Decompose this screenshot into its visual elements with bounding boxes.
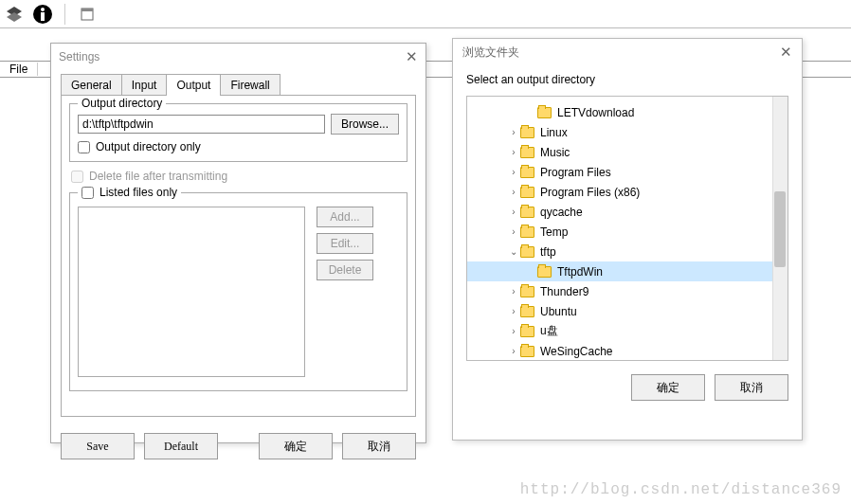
- folder-icon: [537, 266, 552, 278]
- folder-icon: [520, 226, 534, 238]
- browse-title-text: 浏览文件夹: [462, 45, 519, 61]
- browse-button-row: 确定 取消: [453, 361, 802, 414]
- output-directory-input[interactable]: [78, 115, 325, 134]
- folder-icon: [537, 107, 552, 118]
- chevron-right-icon[interactable]: ›: [507, 346, 520, 356]
- folder-icon: [520, 286, 534, 297]
- browse-prompt: Select an output directory: [453, 65, 802, 96]
- tree-item-label: Program Files: [540, 166, 611, 179]
- window-icon[interactable]: [77, 4, 98, 25]
- close-icon[interactable]: ✕: [780, 44, 792, 61]
- listed-files-only-box[interactable]: [81, 187, 94, 199]
- tab-input[interactable]: Input: [121, 74, 168, 96]
- folder-icon: [520, 127, 534, 138]
- toolbar-separator: [64, 4, 65, 25]
- settings-ok-button[interactable]: 确定: [259, 433, 333, 459]
- add-button: Add...: [317, 207, 373, 227]
- watermark-text: http://blog.csdn.net/distance369: [520, 481, 842, 498]
- browse-titlebar: 浏览文件夹 ✕: [453, 39, 802, 65]
- browse-folder-dialog: 浏览文件夹 ✕ Select an output directory LETVd…: [452, 38, 803, 441]
- save-button[interactable]: Save: [61, 433, 135, 459]
- tab-firewall[interactable]: Firewall: [220, 74, 280, 96]
- settings-titlebar: Settings ✕: [51, 44, 426, 70]
- column-file[interactable]: File: [0, 63, 38, 76]
- tab-output[interactable]: Output: [166, 74, 221, 96]
- folder-tree[interactable]: LETVdownload›Linux›Music›Program Files›P…: [467, 97, 788, 361]
- tree-item-label: Program Files (x86): [540, 186, 640, 199]
- chevron-right-icon[interactable]: ›: [507, 147, 520, 157]
- settings-cancel-button[interactable]: 取消: [342, 433, 416, 459]
- svg-rect-4: [41, 12, 45, 21]
- delete-after-box: [71, 171, 83, 183]
- chevron-right-icon[interactable]: ›: [507, 286, 520, 297]
- tab-output-body: Output directory Browse... Output direct…: [61, 95, 416, 417]
- output-directory-only-label: Output directory only: [96, 140, 201, 153]
- folder-icon: [520, 326, 534, 337]
- settings-title-text: Settings: [59, 50, 100, 63]
- info-icon[interactable]: [32, 4, 53, 25]
- tree-item[interactable]: ›Temp: [467, 222, 788, 242]
- tree-item[interactable]: ›Program Files: [467, 162, 788, 182]
- tree-item-label: LETVdownload: [557, 106, 634, 119]
- tree-item[interactable]: TftpdWin: [467, 261, 788, 281]
- tree-item-label: Linux: [540, 126, 568, 139]
- chevron-right-icon[interactable]: ›: [507, 127, 520, 137]
- output-directory-only-box[interactable]: [78, 141, 90, 153]
- edit-button: Edit...: [317, 233, 373, 254]
- listed-files-group: Listed files only Add... Edit... Delete: [69, 192, 407, 391]
- listed-files-only-label: Listed files only: [100, 186, 177, 199]
- tree-item[interactable]: ›Linux: [467, 122, 788, 142]
- tree-scrollbar[interactable]: [772, 97, 788, 360]
- tree-item[interactable]: ›Ubuntu: [467, 301, 788, 321]
- tree-item-label: Ubuntu: [540, 305, 577, 318]
- delete-after-label: Delete file after transmitting: [89, 170, 227, 183]
- folder-icon: [520, 346, 534, 357]
- browse-cancel-button[interactable]: 取消: [715, 374, 788, 401]
- tree-item-label: qycache: [540, 206, 583, 219]
- settings-button-row: Save Default 确定 取消: [51, 427, 426, 469]
- chevron-right-icon[interactable]: ›: [507, 306, 520, 316]
- default-button[interactable]: Default: [144, 433, 218, 459]
- tree-item[interactable]: ⌄tftp: [467, 242, 788, 261]
- tree-item-label: Temp: [540, 225, 568, 239]
- delete-after-checkbox: Delete file after transmitting: [71, 170, 406, 183]
- browse-ok-button[interactable]: 确定: [631, 374, 705, 401]
- chevron-right-icon[interactable]: ›: [507, 326, 520, 336]
- chevron-right-icon[interactable]: ›: [507, 207, 520, 217]
- delete-button: Delete: [317, 260, 373, 280]
- svg-rect-6: [81, 9, 93, 11]
- main-toolbar: [0, 0, 851, 28]
- listed-files-only-checkbox[interactable]: Listed files only: [78, 186, 181, 199]
- tree-item-label: WeSingCache: [540, 345, 613, 358]
- folder-icon: [520, 207, 534, 218]
- folder-icon: [520, 306, 534, 317]
- tree-item-label: Thunder9: [540, 285, 588, 298]
- tree-item[interactable]: ›Thunder9: [467, 281, 788, 301]
- app-icon[interactable]: [4, 4, 25, 25]
- chevron-right-icon[interactable]: ›: [507, 167, 520, 177]
- tree-item[interactable]: ›qycache: [467, 202, 788, 222]
- chevron-right-icon[interactable]: ›: [507, 226, 520, 237]
- tree-item-label: TftpdWin: [557, 265, 603, 279]
- listed-files-listbox[interactable]: [78, 207, 305, 377]
- svg-point-3: [41, 8, 45, 11]
- close-icon[interactable]: ✕: [406, 48, 418, 65]
- folder-tree-wrap: LETVdownload›Linux›Music›Program Files›P…: [466, 96, 788, 361]
- tree-item[interactable]: ›WeSingCache: [467, 341, 788, 361]
- chevron-right-icon[interactable]: ›: [507, 187, 520, 197]
- scroll-thumb[interactable]: [774, 191, 786, 267]
- tree-item[interactable]: ›Program Files (x86): [467, 182, 788, 202]
- output-directory-label: Output directory: [78, 97, 166, 110]
- tab-general[interactable]: General: [61, 74, 122, 96]
- chevron-down-icon[interactable]: ⌄: [507, 246, 520, 257]
- settings-dialog: Settings ✕ General Input Output Firewall…: [50, 43, 426, 443]
- tree-item-label: Music: [540, 146, 570, 159]
- folder-icon: [520, 187, 534, 198]
- tree-item[interactable]: ›Music: [467, 142, 788, 162]
- output-directory-group: Output directory Browse... Output direct…: [69, 103, 407, 162]
- tree-item[interactable]: ›u盘: [467, 321, 788, 341]
- output-directory-only-checkbox[interactable]: Output directory only: [78, 140, 399, 153]
- tree-item[interactable]: LETVdownload: [467, 102, 788, 122]
- browse-button[interactable]: Browse...: [331, 114, 399, 135]
- tree-item-label: u盘: [540, 323, 558, 339]
